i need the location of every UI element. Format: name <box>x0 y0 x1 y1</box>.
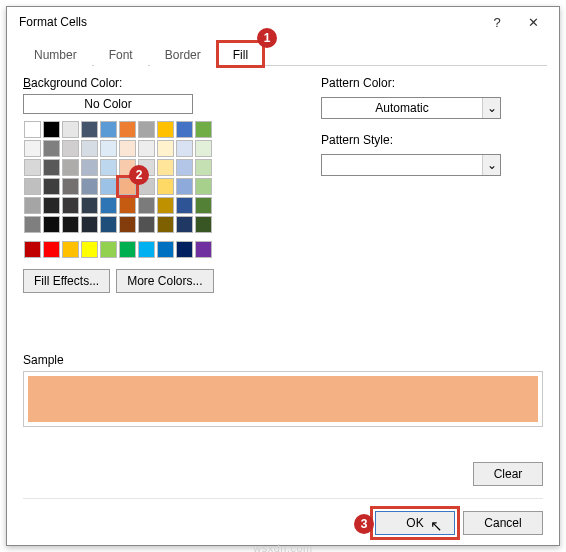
color-swatch[interactable] <box>176 241 193 258</box>
background-color-label: Background Color: <box>23 76 293 90</box>
color-swatch[interactable] <box>24 159 41 176</box>
color-swatch[interactable] <box>176 140 193 157</box>
color-swatch[interactable] <box>157 197 174 214</box>
color-swatch[interactable] <box>62 159 79 176</box>
color-swatch[interactable] <box>62 178 79 195</box>
color-swatch[interactable] <box>62 197 79 214</box>
color-swatch[interactable] <box>176 178 193 195</box>
color-swatch[interactable] <box>24 197 41 214</box>
color-swatch[interactable] <box>176 121 193 138</box>
clear-button[interactable]: Clear <box>473 462 543 486</box>
color-swatch[interactable] <box>157 241 174 258</box>
color-swatch[interactable] <box>176 216 193 233</box>
color-swatch[interactable] <box>195 178 212 195</box>
color-swatch[interactable] <box>43 216 60 233</box>
bottom-bar: Clear 3 OK ↖ Cancel <box>23 462 543 535</box>
color-swatch[interactable] <box>62 216 79 233</box>
color-swatch[interactable] <box>119 197 136 214</box>
pattern-color-dropdown[interactable]: Automatic ⌄ <box>321 97 501 119</box>
color-swatch[interactable] <box>43 121 60 138</box>
color-swatch[interactable] <box>138 121 155 138</box>
color-swatch[interactable] <box>138 241 155 258</box>
format-cells-dialog: Format Cells ? ✕ Number Font Border Fill… <box>6 6 560 546</box>
sample-section: Sample <box>23 353 543 427</box>
color-swatch[interactable] <box>81 159 98 176</box>
theme-color-grid: 2 <box>23 120 293 234</box>
color-swatch[interactable] <box>157 140 174 157</box>
fill-effects-button[interactable]: Fill Effects... <box>23 269 110 293</box>
color-swatch[interactable] <box>81 241 98 258</box>
sample-preview <box>28 376 538 422</box>
color-swatch[interactable] <box>195 121 212 138</box>
color-swatch[interactable] <box>157 178 174 195</box>
color-swatch[interactable] <box>195 159 212 176</box>
chevron-down-icon: ⌄ <box>482 98 500 118</box>
ok-button-label: OK <box>406 516 423 530</box>
tab-border[interactable]: Border <box>150 42 216 66</box>
color-swatch[interactable] <box>195 241 212 258</box>
color-swatch[interactable] <box>176 159 193 176</box>
color-swatch[interactable] <box>100 216 117 233</box>
cancel-button[interactable]: Cancel <box>463 511 543 535</box>
color-swatch[interactable] <box>24 178 41 195</box>
tab-strip: Number Font Border Fill 1 <box>19 41 547 66</box>
pattern-style-label: Pattern Style: <box>321 133 543 147</box>
color-swatch[interactable] <box>100 197 117 214</box>
help-button[interactable]: ? <box>479 10 515 34</box>
color-swatch[interactable] <box>43 241 60 258</box>
more-colors-button[interactable]: More Colors... <box>116 269 213 293</box>
color-swatch[interactable] <box>24 140 41 157</box>
color-swatch[interactable] <box>100 159 117 176</box>
no-color-button[interactable]: No Color <box>23 94 193 114</box>
color-swatch[interactable] <box>24 216 41 233</box>
standard-color-row <box>23 240 293 259</box>
color-swatch[interactable] <box>138 197 155 214</box>
color-swatch[interactable] <box>119 140 136 157</box>
color-swatch[interactable] <box>138 216 155 233</box>
cursor-icon: ↖ <box>430 517 443 535</box>
color-swatch[interactable] <box>195 216 212 233</box>
color-swatch[interactable]: 2 <box>119 178 136 195</box>
color-swatch[interactable] <box>43 140 60 157</box>
tab-fill[interactable]: Fill 1 <box>218 42 263 66</box>
close-button[interactable]: ✕ <box>515 10 551 34</box>
color-swatch[interactable] <box>138 140 155 157</box>
color-swatch[interactable] <box>81 140 98 157</box>
color-swatch[interactable] <box>100 140 117 157</box>
color-swatch[interactable] <box>62 140 79 157</box>
color-swatch[interactable] <box>157 121 174 138</box>
tab-number[interactable]: Number <box>19 42 92 66</box>
color-swatch[interactable] <box>119 121 136 138</box>
watermark: wsxdn.com <box>253 542 313 552</box>
color-swatch[interactable] <box>81 121 98 138</box>
color-swatch[interactable] <box>24 121 41 138</box>
color-swatch[interactable] <box>62 241 79 258</box>
color-swatch[interactable] <box>119 216 136 233</box>
sample-box <box>23 371 543 427</box>
title-bar: Format Cells ? ✕ <box>7 7 559 37</box>
color-swatch[interactable] <box>62 121 79 138</box>
color-swatch[interactable] <box>81 197 98 214</box>
pattern-style-dropdown[interactable]: ⌄ <box>321 154 501 176</box>
color-swatch[interactable] <box>100 241 117 258</box>
color-swatch[interactable] <box>119 241 136 258</box>
color-swatch[interactable] <box>24 241 41 258</box>
color-swatch[interactable] <box>157 159 174 176</box>
annotation-marker-1: 1 <box>257 28 277 48</box>
annotation-marker-3: 3 <box>354 514 374 534</box>
color-swatch[interactable] <box>195 140 212 157</box>
pattern-section: Pattern Color: Automatic ⌄ Pattern Style… <box>321 76 543 293</box>
color-swatch[interactable] <box>157 216 174 233</box>
color-swatch[interactable] <box>43 197 60 214</box>
color-swatch[interactable] <box>100 178 117 195</box>
color-swatch[interactable] <box>195 197 212 214</box>
color-swatch[interactable] <box>43 178 60 195</box>
tab-font[interactable]: Font <box>94 42 148 66</box>
color-swatch[interactable] <box>43 159 60 176</box>
color-swatch[interactable] <box>81 178 98 195</box>
ok-button[interactable]: 3 OK ↖ <box>375 511 455 535</box>
color-swatch[interactable] <box>81 216 98 233</box>
color-swatch[interactable] <box>100 121 117 138</box>
pattern-style-value <box>322 155 482 175</box>
color-swatch[interactable] <box>176 197 193 214</box>
